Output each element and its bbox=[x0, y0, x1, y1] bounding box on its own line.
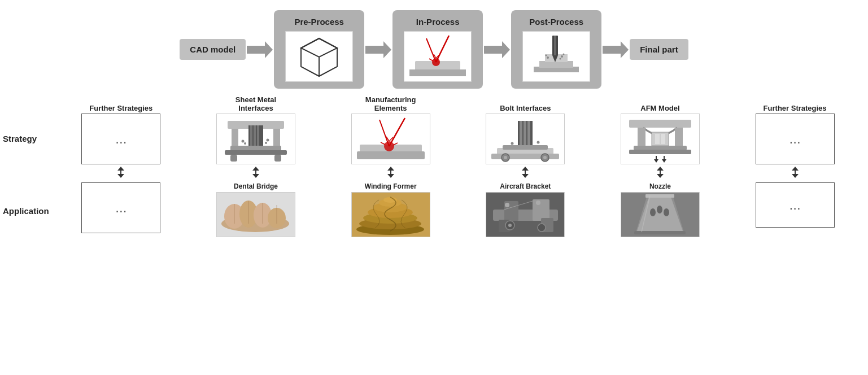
svg-rect-103 bbox=[638, 128, 645, 146]
pre-process-image bbox=[285, 31, 353, 82]
svg-point-24 bbox=[546, 54, 547, 56]
svg-marker-90 bbox=[522, 174, 529, 178]
col4-strategy-img bbox=[486, 114, 565, 164]
col-sheet-metal: Sheet MetalInterfaces bbox=[209, 93, 302, 237]
svg-marker-2 bbox=[301, 38, 337, 57]
col6-double-arrow bbox=[791, 167, 800, 180]
svg-marker-13 bbox=[484, 41, 510, 58]
col-manufacturing: ManufacturingElements bbox=[344, 93, 437, 237]
svg-point-38 bbox=[266, 138, 269, 141]
col1-double-arrow bbox=[116, 167, 125, 180]
application-row-label: Application bbox=[3, 206, 49, 216]
svg-marker-26 bbox=[117, 167, 124, 171]
col5-label: AFM Model bbox=[640, 93, 679, 114]
svg-point-87 bbox=[543, 156, 547, 159]
svg-rect-43 bbox=[274, 155, 281, 162]
svg-marker-28 bbox=[117, 174, 124, 178]
process-flow-row: CAD model Pre-Process In-Process bbox=[0, 0, 868, 89]
svg-marker-114 bbox=[657, 167, 664, 171]
svg-point-39 bbox=[265, 142, 267, 144]
col2-application-img bbox=[216, 192, 295, 237]
col5-double-arrow bbox=[656, 167, 665, 180]
svg-marker-113 bbox=[662, 159, 666, 163]
svg-point-22 bbox=[560, 58, 561, 59]
in-process-title: In-Process bbox=[416, 17, 460, 27]
strategy-row-label: Strategy bbox=[3, 134, 37, 143]
svg-point-36 bbox=[241, 139, 244, 142]
col-bolt: Bolt Interfaces bbox=[479, 93, 572, 237]
svg-point-121 bbox=[664, 208, 669, 216]
svg-point-20 bbox=[561, 55, 563, 58]
svg-marker-111 bbox=[654, 159, 658, 163]
svg-point-120 bbox=[657, 206, 662, 213]
svg-marker-67 bbox=[387, 174, 394, 178]
col3-strategy-img bbox=[351, 114, 430, 164]
col3-application-img bbox=[351, 192, 430, 237]
svg-rect-18 bbox=[554, 36, 556, 55]
cad-model-box: CAD model bbox=[180, 39, 246, 60]
svg-point-23 bbox=[547, 56, 549, 59]
in-process-image bbox=[404, 31, 472, 82]
arrow-post-to-final bbox=[601, 41, 630, 58]
col5-application-label: Nozzle bbox=[649, 182, 671, 190]
col6-strategy-box: ... bbox=[756, 114, 835, 164]
svg-marker-25 bbox=[603, 41, 629, 58]
svg-point-9 bbox=[432, 58, 440, 66]
main-diagram: CAD model Pre-Process In-Process bbox=[0, 0, 868, 375]
in-process-block: In-Process bbox=[392, 10, 483, 89]
svg-rect-80 bbox=[527, 121, 530, 149]
svg-point-60 bbox=[384, 141, 394, 151]
svg-point-98 bbox=[505, 203, 509, 207]
col2-application-label: Dental Bridge bbox=[234, 182, 278, 190]
svg-point-83 bbox=[537, 141, 540, 143]
svg-rect-31 bbox=[273, 129, 280, 146]
svg-point-37 bbox=[244, 142, 246, 145]
svg-rect-106 bbox=[655, 134, 660, 144]
svg-rect-108 bbox=[634, 146, 687, 150]
svg-line-12 bbox=[429, 59, 433, 61]
arrow-cad-to-pre bbox=[246, 41, 274, 58]
svg-rect-42 bbox=[230, 155, 237, 162]
pre-process-block: Pre-Process bbox=[274, 10, 364, 89]
svg-point-119 bbox=[650, 208, 656, 216]
arrow-in-to-post bbox=[483, 41, 511, 58]
post-process-block: Post-Process bbox=[511, 10, 601, 89]
svg-rect-79 bbox=[524, 121, 526, 149]
col4-application-label: Aircraft Bracket bbox=[500, 182, 551, 190]
svg-point-86 bbox=[504, 156, 507, 159]
svg-marker-127 bbox=[792, 174, 799, 178]
col3-label: ManufacturingElements bbox=[365, 93, 416, 114]
col2-label: Sheet MetalInterfaces bbox=[235, 93, 276, 114]
svg-marker-44 bbox=[252, 167, 259, 171]
col4-application-img bbox=[486, 192, 565, 237]
post-process-image bbox=[522, 31, 590, 82]
svg-point-99 bbox=[536, 200, 540, 205]
col3-application-label: Winding Former bbox=[365, 182, 417, 190]
svg-rect-41 bbox=[225, 150, 287, 155]
svg-line-7 bbox=[436, 36, 449, 62]
col-further-right: Further Strategies ... ... bbox=[748, 93, 841, 228]
svg-rect-107 bbox=[661, 134, 665, 144]
post-process-title: Post-Process bbox=[529, 17, 583, 27]
svg-rect-30 bbox=[232, 129, 238, 146]
svg-point-100 bbox=[508, 224, 512, 227]
svg-rect-102 bbox=[629, 120, 691, 128]
col4-label: Bolt Interfaces bbox=[500, 93, 551, 114]
svg-rect-78 bbox=[520, 121, 522, 149]
svg-rect-109 bbox=[629, 150, 691, 154]
svg-point-97 bbox=[538, 224, 546, 232]
svg-marker-118 bbox=[637, 197, 683, 231]
col3-double-arrow bbox=[386, 167, 395, 180]
svg-rect-57 bbox=[357, 151, 425, 159]
svg-point-21 bbox=[563, 53, 565, 55]
col6-label: Further Strategies bbox=[764, 93, 827, 114]
final-part-box: Final part bbox=[630, 39, 688, 60]
col1-strategy-box: ... bbox=[81, 114, 160, 164]
col1-label: Further Strategies bbox=[89, 93, 152, 114]
col5-strategy-img bbox=[621, 114, 700, 164]
arrow-pre-to-in bbox=[364, 41, 392, 58]
svg-rect-93 bbox=[533, 199, 549, 221]
svg-marker-125 bbox=[792, 167, 799, 171]
col4-double-arrow bbox=[521, 167, 530, 180]
col2-strategy-img bbox=[216, 114, 295, 164]
